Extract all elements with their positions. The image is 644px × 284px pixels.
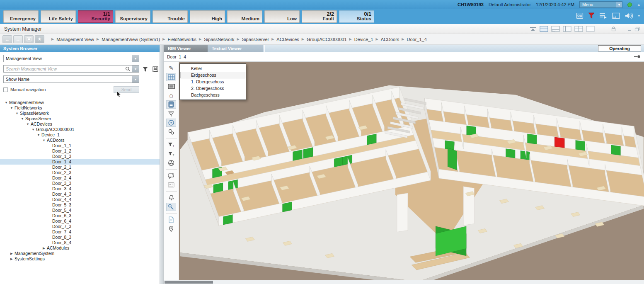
breadcrumb-item[interactable]: ACDevices (276, 37, 299, 42)
search-icon[interactable] (125, 66, 131, 72)
tree-item-door_4_4[interactable]: Door_4_4 (0, 197, 160, 202)
breadcrumb-item[interactable]: SipassServer (242, 37, 269, 42)
tree-item-acmodules[interactable]: ▶ACModules (0, 245, 160, 251)
breadcrumb-item[interactable]: Device_1 (354, 37, 373, 42)
tree-item-door_8_4[interactable]: Door_8_4 (0, 240, 160, 245)
pen-icon[interactable]: ✎ (166, 64, 176, 72)
audio-icon[interactable] (624, 12, 634, 20)
tree-item-door_3_3[interactable]: Door_3_3 (0, 181, 160, 186)
event-list-icon[interactable] (599, 12, 608, 20)
summary-button-emergency[interactable]: Emergency (3, 10, 39, 23)
tree-item-door_1_1[interactable]: Door_1_1 (0, 143, 160, 148)
summary-button-life-safety[interactable]: Life Safety (41, 10, 76, 23)
horizontal-scrollbar[interactable] (164, 280, 644, 284)
tree-item-fieldnetworks[interactable]: ▼FieldNetworks (0, 105, 160, 111)
display-mode-dropdown[interactable]: Show Name ▼ (3, 75, 139, 83)
comment-icon[interactable] (166, 172, 176, 180)
breadcrumb-item[interactable]: Door_1_4 (407, 37, 426, 42)
layout-quad-icon[interactable] (574, 26, 583, 32)
tree-item-acdoors[interactable]: ▼ACDoors (0, 138, 160, 143)
view-cone-icon[interactable] (166, 109, 176, 118)
layout-left-icon[interactable] (563, 26, 571, 32)
history-button[interactable] (24, 35, 34, 43)
filter-2-icon[interactable]: 2 (166, 150, 176, 158)
tree-item-door_1_2[interactable]: Door_1_2 (0, 148, 160, 154)
rotate-fan-icon[interactable] (166, 159, 176, 167)
minimize-icon[interactable] (627, 27, 632, 31)
tree-item-door_1_3[interactable]: Door_1_3 (0, 154, 160, 159)
screen-icon[interactable] (166, 82, 176, 90)
floor-menu-item-dachgeschoss[interactable]: Dachgeschoss (180, 92, 245, 98)
tree-item-door_1_4[interactable]: Door_1_4 (0, 159, 160, 165)
tree-item-managementsystem[interactable]: ▶ManagementSystem (0, 251, 160, 256)
link-circles-icon[interactable] (166, 128, 176, 136)
tree-item-door_2_3[interactable]: Door_2_3 (0, 170, 160, 175)
tab-textual-viewer[interactable]: Textual Viewer (208, 45, 263, 52)
tree-item-door_4_3[interactable]: Door_4_3 (0, 192, 160, 197)
tree-item-sipassnetwork[interactable]: ▼SipassNetwork (0, 111, 160, 116)
manual-navigation-checkbox[interactable] (3, 87, 8, 92)
view-selector-dropdown[interactable]: Management View ▼ (3, 55, 139, 62)
scrollbar-thumb[interactable] (165, 281, 213, 284)
tree-item-door_2_4[interactable]: Door_2_4 (0, 175, 160, 181)
summary-button-security[interactable]: 1/1Security (78, 10, 113, 23)
collapse-bar-icon[interactable]: ▲ (637, 2, 641, 7)
layout-bottom-icon[interactable] (551, 26, 560, 32)
target-icon[interactable] (166, 119, 176, 127)
summary-button-low[interactable]: Low (264, 10, 300, 23)
tree-item-systemsettings[interactable]: ▶SystemSettings (0, 256, 160, 262)
tree-item-door_6_3[interactable]: Door_6_3 (0, 213, 160, 218)
tree-item-door_2_1[interactable]: Door_2_1 (0, 165, 160, 170)
floor-menu-item-2-obergeschoss[interactable]: 2. Obergeschoss (180, 85, 245, 92)
breadcrumb-item[interactable]: GroupACC0000001 (307, 37, 347, 42)
summary-button-status[interactable]: 0/1Status (339, 10, 374, 23)
layout-single-icon[interactable] (586, 26, 595, 32)
pin-icon[interactable] (634, 54, 641, 59)
floor-menu-item-1-obergeschoss[interactable]: 1. Obergeschoss (180, 78, 245, 85)
key-icon[interactable] (166, 203, 176, 211)
favorites-button[interactable]: ★ (35, 35, 44, 43)
tree-item-door_5_3[interactable]: Door_5_3 (0, 202, 160, 208)
tree-item-acdevices[interactable]: ▼ACDevices (0, 121, 160, 127)
back-button[interactable]: ← (2, 35, 12, 43)
tree-item-door_7_4[interactable]: Door_7_4 (0, 229, 160, 235)
chevron-down-icon[interactable]: ▼ (132, 66, 139, 72)
tree-item-managementview[interactable]: ▼ManagementView (0, 100, 160, 105)
floor-menu-item-keller[interactable]: Keller (180, 65, 245, 72)
restore-icon[interactable] (634, 27, 640, 32)
lock-icon[interactable] (611, 26, 616, 32)
save-icon[interactable] (153, 66, 158, 74)
operating-mode-button[interactable]: Operating (598, 45, 641, 51)
tree-item-groupacc0000001[interactable]: ▼GroupACC0000001 (0, 127, 160, 132)
breadcrumb-item[interactable]: ManagementView (System1) (102, 37, 160, 42)
tree-item-door_7_3[interactable]: Door_7_3 (0, 224, 160, 229)
filter-icon[interactable] (142, 66, 148, 74)
floorplan-grid-icon[interactable] (166, 73, 176, 81)
tree-item-device_1[interactable]: ▼Device_1 (0, 132, 160, 138)
search-input[interactable]: Search Management View ▼ (3, 65, 139, 73)
tree-item-door_3_4[interactable]: Door_3_4 (0, 186, 160, 192)
collapse-pane-icon[interactable] (529, 26, 537, 32)
summary-button-medium[interactable]: Medium (227, 10, 262, 23)
tree-item-door_5_4[interactable]: Door_5_4 (0, 208, 160, 213)
event-filter-icon[interactable] (588, 12, 595, 20)
breadcrumb-item[interactable]: ACDoors (381, 37, 399, 42)
tree-item-sipassserver[interactable]: ▼SipassServer (0, 116, 160, 121)
summary-button-trouble[interactable]: Trouble (153, 10, 188, 23)
caret-down-icon[interactable]: ▾ (638, 14, 640, 18)
menu-dropdown[interactable]: Menu ▼ (579, 1, 622, 8)
tree-item-door_6_4[interactable]: Door_6_4 (0, 218, 160, 224)
summary-button-supervisory[interactable]: Supervisory (115, 10, 150, 23)
bim-3d-scene[interactable] (179, 62, 644, 280)
floor-menu-item-erdgeschoss[interactable]: Erdgeschoss (180, 72, 245, 78)
filter-1-icon[interactable]: 1 (166, 141, 176, 149)
breadcrumb-item[interactable]: SipassNetwork (204, 37, 234, 42)
badge-card-icon[interactable] (166, 181, 176, 189)
summary-button-fault[interactable]: 2/2Fault (302, 10, 337, 23)
layout-panes-icon[interactable] (612, 12, 620, 20)
tab-bim-viewer[interactable]: BIM Viewer (164, 45, 208, 52)
operations-panel-icon[interactable] (576, 12, 584, 20)
chevron-down-icon[interactable]: ▼ (132, 55, 139, 62)
alarm-bell-icon[interactable] (166, 194, 176, 202)
location-pin-icon[interactable] (166, 225, 176, 233)
